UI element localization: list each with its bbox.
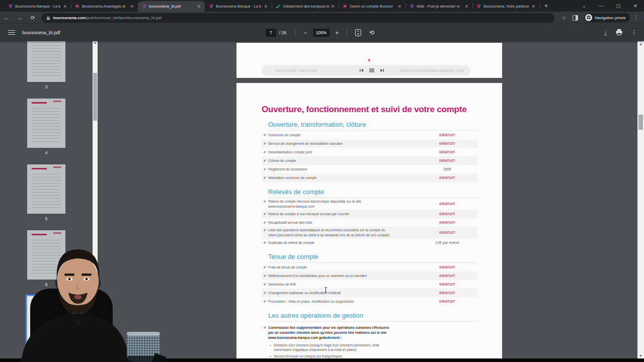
fee-row: ✔Procuration : mise en place, modificati…	[262, 297, 477, 306]
forward-icon[interactable]: →	[13, 15, 26, 21]
section-heading: Les autres opérations de gestion	[268, 312, 477, 321]
check-icon: ✔	[262, 265, 268, 269]
back-icon[interactable]: ←	[0, 15, 13, 21]
close-button[interactable]: ✕	[627, 4, 644, 9]
pdf-page-6: 6 BROCHURE TARIFAIRE WWW.BOURSORAMA-BANQ…	[236, 43, 502, 78]
section-rule	[268, 321, 477, 322]
thumbnail-item[interactable]: 5	[0, 164, 93, 230]
tab-close-icon[interactable]: ✕	[196, 4, 202, 9]
page-number-input[interactable]: 7	[266, 29, 276, 37]
browser-tab[interactable]: Boursorama Avantages et✕	[71, 1, 138, 12]
thumbnail-item[interactable]: 4	[0, 99, 93, 164]
pdf-toolbar-actions: ↓ ⋮	[600, 28, 637, 37]
tab-title: Boursorama Banque - La b	[216, 4, 263, 9]
scrollbar-thumb[interactable]	[638, 115, 643, 130]
browser-tab[interactable]: Classement des banques le✕	[272, 1, 339, 12]
address-bar-actions: ☆ Navigation privée ⋮	[558, 13, 642, 22]
main-scrollbar[interactable]: ▲ ▼	[637, 41, 644, 358]
browser-tab[interactable]: Boursorama Banque - La b✕	[205, 1, 272, 12]
thumbnail-page-number: 3	[45, 84, 47, 89]
browser-tab[interactable]: Boursorama Banque - La b✕	[4, 1, 71, 12]
fee-value: GRATUIT	[417, 176, 477, 179]
chevron-down-icon[interactable]: ⌄	[576, 4, 593, 9]
browser-tab[interactable]: Boursorama, Votre partena✕	[472, 1, 539, 12]
pdf-page-controls: 7 / 26 − 100% + ⟲	[266, 29, 378, 37]
thumb-content-lines	[32, 41, 61, 77]
fee-row: ✔Référencement d'un bénéficiaire pour un…	[262, 272, 477, 280]
check-icon: ✔	[262, 228, 268, 232]
fee-label: Procuration : mise en place, modificatio…	[268, 299, 417, 304]
browser-tab[interactable]: Ouvrir un compte Boursor✕	[339, 1, 406, 12]
thumbnail-page-number: 5	[45, 216, 47, 221]
minimize-button[interactable]: —	[593, 4, 610, 9]
fee-label: Service de changement de domiciliation b…	[268, 141, 417, 146]
tab-close-icon[interactable]: ✕	[463, 4, 469, 9]
new-tab-button[interactable]: +	[544, 3, 548, 12]
footer-left-text: BROCHURE TARIFAIRE	[276, 69, 317, 72]
bullet-item: Service Envoyer un chèque (ex Easychèque…	[270, 354, 477, 358]
tab-close-icon[interactable]: ✕	[62, 4, 68, 9]
url-bar[interactable]: boursorama.com/pub/brochure_tarifaire/bo…	[41, 13, 554, 23]
first-page-icon[interactable]	[360, 68, 364, 72]
fee-value: GRATUIT	[417, 291, 477, 295]
divider	[347, 29, 347, 36]
tab-close-icon[interactable]: ✕	[530, 4, 536, 9]
browser-menu-icon[interactable]: ⋮	[630, 15, 642, 21]
check-icon: ✔	[262, 300, 268, 304]
check-icon: ✔	[262, 167, 268, 171]
print-icon[interactable]	[616, 28, 622, 37]
page-thumbnail[interactable]	[27, 164, 65, 214]
tab-close-icon[interactable]: ✕	[330, 4, 336, 9]
browser-tab[interactable]: Aide - Puis-je alimenter m✕	[406, 1, 472, 12]
pdf-menu-icon[interactable]: ⋮	[631, 29, 637, 36]
download-icon[interactable]: ↓	[604, 30, 607, 35]
fee-value: GRATUIT	[417, 231, 477, 234]
fee-value: GRATUIT	[417, 274, 477, 278]
footer-right-text: WWW.BOURSORAMA-BANQUE.COM	[400, 69, 464, 72]
zoom-in-button[interactable]: +	[332, 30, 343, 36]
scrollbar-thumb[interactable]	[93, 73, 97, 121]
last-page-icon[interactable]	[380, 68, 384, 72]
tab-title: Boursorama Avantages et	[82, 4, 129, 9]
fee-value: GRATUIT	[417, 212, 477, 216]
thumb-content-lines	[32, 106, 61, 143]
tab-close-icon[interactable]: ✕	[396, 4, 403, 9]
bookmark-star-icon[interactable]: ☆	[558, 15, 570, 21]
text-cursor	[324, 287, 328, 293]
fit-page-icon[interactable]	[355, 29, 361, 36]
check-icon: ✔	[262, 283, 268, 287]
rotate-icon[interactable]: ⟲	[369, 29, 374, 36]
fee-label: Référencement d'un bénéficiaire pour un …	[268, 274, 417, 279]
page-thumbnail[interactable]	[27, 99, 65, 148]
scroll-down-icon[interactable]: ▼	[637, 354, 644, 357]
maximize-button[interactable]: ▢	[610, 4, 627, 9]
zoom-level[interactable]: 100%	[313, 29, 330, 37]
commission-note: ✔Commission fixe supplémentaire pour les…	[262, 325, 477, 340]
pdf-toolbar: boursorama_bt.pdf 7 / 26 − 100% + ⟲ ↓ ⋮	[0, 24, 644, 41]
check-icon: ✔	[262, 212, 268, 216]
check-icon: ✔	[262, 199, 268, 204]
fee-label: Attestation ouverture de compte	[268, 175, 417, 180]
tab-close-icon[interactable]: ✕	[129, 4, 135, 9]
side-panel-icon[interactable]	[573, 15, 578, 21]
menu-icon[interactable]	[8, 29, 15, 36]
commission-note-text: Commission fixe supplémentaire pour les …	[268, 325, 389, 340]
page-6-footer: BROCHURE TARIFAIRE WWW.BOURSORAMA-BANQUE…	[262, 65, 470, 76]
boursorama-favicon-icon	[8, 4, 13, 9]
tab-title: Boursorama Banque - La b	[15, 4, 62, 9]
check-icon: ✔	[262, 142, 268, 146]
fee-row: ✔Duplicata de relevé de compte12€ par re…	[262, 238, 477, 247]
page-thumbnail[interactable]	[27, 41, 65, 82]
reload-icon[interactable]: ⟳	[26, 15, 39, 21]
browser-tab[interactable]: boursorama_bt.pdf✕	[138, 1, 205, 12]
tab-close-icon[interactable]: ✕	[263, 4, 269, 9]
scroll-up-icon[interactable]: ▲	[637, 42, 644, 46]
pdf-filename: boursorama_bt.pdf	[22, 30, 60, 35]
zoom-out-button[interactable]: −	[300, 30, 311, 36]
thumbnail-item[interactable]: 3	[0, 41, 93, 99]
fee-label: Délivrance de RIB	[268, 282, 417, 287]
index-icon[interactable]	[369, 68, 374, 72]
thumb-red-heading	[32, 102, 47, 104]
fee-label: Frais de tenue de compte	[268, 265, 417, 270]
scroll-up-icon[interactable]: ▲	[93, 41, 98, 44]
